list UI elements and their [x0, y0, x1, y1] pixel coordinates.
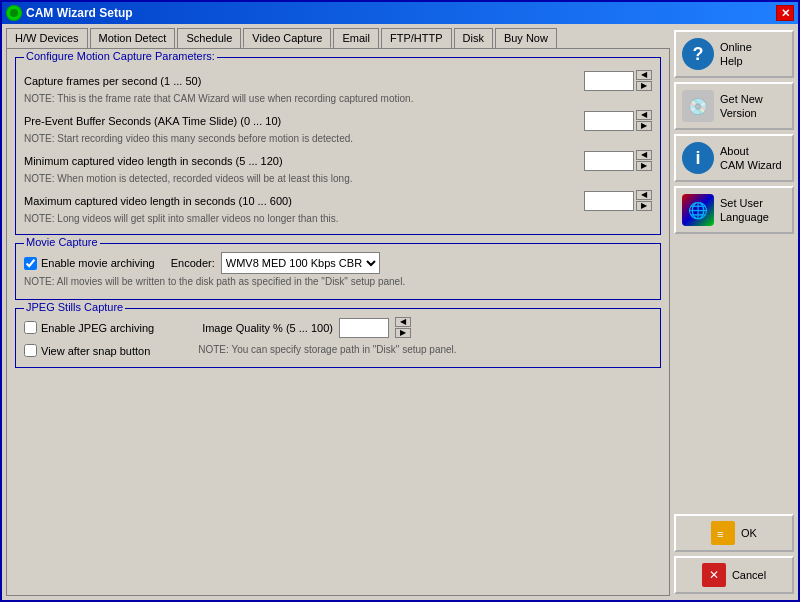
min-length-row: Minimum captured video length in seconds… [24, 150, 652, 171]
tab-email[interactable]: Email [333, 28, 379, 48]
min-length-note: NOTE: When motion is detected, recorded … [24, 173, 652, 184]
min-length-down-btn[interactable]: ▶ [636, 161, 652, 171]
encoder-label: Encoder: [171, 257, 215, 269]
tab-schedule[interactable]: Schedule [177, 28, 241, 48]
tab-video-capture[interactable]: Video Capture [243, 28, 331, 48]
max-length-input[interactable]: 60 [584, 191, 634, 211]
movie-row: Enable movie archiving Encoder: WMV8 MED… [24, 252, 652, 274]
pre-event-down-btn[interactable]: ▶ [636, 121, 652, 131]
about-cam-wizard-text: AboutCAM Wizard [720, 144, 782, 173]
cancel-icon: ✕ [702, 563, 726, 587]
cancel-button[interactable]: ✕ Cancel [674, 556, 794, 594]
pre-event-row: Pre-Event Buffer Seconds (AKA Time Slide… [24, 110, 652, 131]
enable-jpeg-text: Enable JPEG archiving [41, 322, 154, 334]
online-help-text: OnlineHelp [720, 40, 752, 69]
fps-row: Capture frames per second (1 ... 50) 20 … [24, 70, 652, 91]
window-body: H/W Devices Motion Detect Schedule Video… [2, 24, 798, 600]
enable-jpeg-checkbox[interactable] [24, 321, 37, 334]
fps-note: NOTE: This is the frame rate that CAM Wi… [24, 93, 652, 104]
tab-ftp-http[interactable]: FTP/HTTP [381, 28, 452, 48]
jpeg-rows: Enable JPEG archiving Image Quality % (5… [24, 317, 652, 359]
pre-event-up-btn[interactable]: ◀ [636, 110, 652, 120]
quality-label: Image Quality % (5 ... 100) [202, 322, 333, 334]
quality-down-btn[interactable]: ▶ [395, 328, 411, 338]
view-snap-label[interactable]: View after snap button [24, 344, 150, 357]
min-length-label: Minimum captured video length in seconds… [24, 155, 584, 167]
tab-motion-detect[interactable]: Motion Detect [90, 28, 176, 48]
pre-event-note: NOTE: Start recording video this many se… [24, 133, 652, 144]
fps-spinner: ◀ ▶ [636, 70, 652, 91]
online-help-icon: ? [682, 38, 714, 70]
set-user-language-text: Set UserLanguage [720, 196, 769, 225]
get-new-version-text: Get NewVersion [720, 92, 763, 121]
main-window: CAM Wizard Setup ✕ H/W Devices Motion De… [0, 0, 800, 602]
view-snap-checkbox[interactable] [24, 344, 37, 357]
min-length-control: 5 ◀ ▶ [584, 150, 652, 171]
encoder-select[interactable]: WMV8 MED 100 Kbps CBR WMV8 HI 200 Kbps C… [221, 252, 380, 274]
svg-text:≡: ≡ [717, 528, 723, 540]
ok-icon: ≡ [711, 521, 735, 545]
min-length-input[interactable]: 5 [584, 151, 634, 171]
svg-point-1 [10, 9, 18, 17]
right-panel: ? OnlineHelp 💿 Get NewVersion i AboutCAM… [674, 28, 794, 596]
enable-jpeg-label[interactable]: Enable JPEG archiving [24, 321, 154, 334]
max-length-down-btn[interactable]: ▶ [636, 201, 652, 211]
min-length-spinner: ◀ ▶ [636, 150, 652, 171]
ok-button[interactable]: ≡ OK [674, 514, 794, 552]
title-bar: CAM Wizard Setup ✕ [2, 2, 798, 24]
max-length-label: Maximum captured video length in seconds… [24, 195, 584, 207]
get-new-version-icon: 💿 [682, 90, 714, 122]
close-button[interactable]: ✕ [776, 5, 794, 21]
ok-text: OK [741, 527, 757, 539]
main-area: H/W Devices Motion Detect Schedule Video… [6, 28, 670, 596]
jpeg-view-row: View after snap button NOTE: You can spe… [24, 342, 652, 359]
pre-event-input[interactable]: 2 [584, 111, 634, 131]
fps-label: Capture frames per second (1 ... 50) [24, 75, 584, 87]
fps-down-btn[interactable]: ▶ [636, 81, 652, 91]
fps-up-btn[interactable]: ◀ [636, 70, 652, 80]
app-icon [6, 5, 22, 21]
tab-disk[interactable]: Disk [454, 28, 493, 48]
max-length-row: Maximum captured video length in seconds… [24, 190, 652, 211]
movie-section-title: Movie Capture [24, 236, 100, 248]
enable-movie-text: Enable movie archiving [41, 257, 155, 269]
about-icon: i [682, 142, 714, 174]
tab-bar: H/W Devices Motion Detect Schedule Video… [6, 28, 670, 48]
encoder-row: Encoder: WMV8 MED 100 Kbps CBR WMV8 HI 2… [171, 252, 380, 274]
fps-control: 20 ◀ ▶ [584, 70, 652, 91]
max-length-control: 60 ◀ ▶ [584, 190, 652, 211]
movie-section: Movie Capture Enable movie archiving Enc… [15, 243, 661, 300]
max-length-spinner: ◀ ▶ [636, 190, 652, 211]
min-length-up-btn[interactable]: ◀ [636, 150, 652, 160]
configure-section: Configure Motion Capture Parameters: Cap… [15, 57, 661, 235]
enable-movie-label[interactable]: Enable movie archiving [24, 257, 155, 270]
quality-up-btn[interactable]: ◀ [395, 317, 411, 327]
enable-movie-checkbox[interactable] [24, 257, 37, 270]
pre-event-control: 2 ◀ ▶ [584, 110, 652, 131]
tab-hw-devices[interactable]: H/W Devices [6, 28, 88, 48]
movie-note: NOTE: All movies will be written to the … [24, 276, 652, 287]
cancel-text: Cancel [732, 569, 766, 581]
language-icon: 🌐 [682, 194, 714, 226]
configure-section-title: Configure Motion Capture Parameters: [24, 50, 217, 62]
pre-event-label: Pre-Event Buffer Seconds (AKA Time Slide… [24, 115, 584, 127]
view-snap-text: View after snap button [41, 345, 150, 357]
get-new-version-button[interactable]: 💿 Get NewVersion [674, 82, 794, 130]
jpeg-enable-row: Enable JPEG archiving Image Quality % (5… [24, 317, 652, 338]
jpeg-section: JPEG Stills Capture Enable JPEG archivin… [15, 308, 661, 368]
jpeg-section-title: JPEG Stills Capture [24, 301, 125, 313]
online-help-button[interactable]: ? OnlineHelp [674, 30, 794, 78]
svg-text:✕: ✕ [709, 568, 719, 582]
window-title: CAM Wizard Setup [26, 6, 776, 20]
about-cam-wizard-button[interactable]: i AboutCAM Wizard [674, 134, 794, 182]
jpeg-note: NOTE: You can specify storage path in "D… [198, 344, 456, 355]
fps-input[interactable]: 20 [584, 71, 634, 91]
max-length-up-btn[interactable]: ◀ [636, 190, 652, 200]
tab-content: Configure Motion Capture Parameters: Cap… [6, 48, 670, 596]
tab-buy-now[interactable]: Buy Now [495, 28, 557, 48]
quality-input[interactable]: 50 [339, 318, 389, 338]
pre-event-spinner: ◀ ▶ [636, 110, 652, 131]
set-user-language-button[interactable]: 🌐 Set UserLanguage [674, 186, 794, 234]
quality-spinner: ◀ ▶ [395, 317, 411, 338]
max-length-note: NOTE: Long videos will get split into sm… [24, 213, 652, 224]
